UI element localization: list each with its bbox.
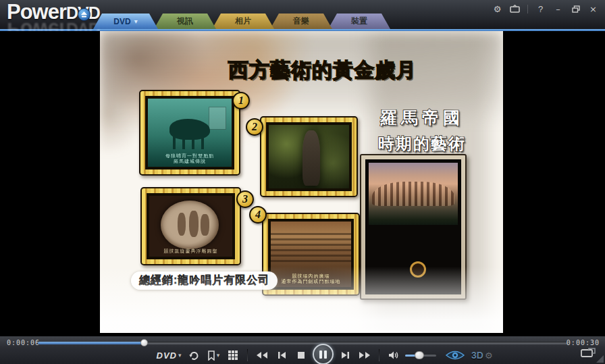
side-title-line1: 羅馬帝國 [371, 107, 473, 129]
chevron-down-icon: ▾ [217, 352, 220, 359]
chapter-number-1[interactable]: 1 [232, 92, 250, 109]
3d-label: 3D [471, 350, 483, 361]
stop-icon [297, 351, 305, 359]
chapter-1-caption: 母狼哺育一對雙胞胎 羅馬建城傳說 [148, 153, 232, 165]
mute-button[interactable] [386, 347, 402, 363]
window-controls: ⚙ ? – × [492, 3, 598, 14]
tab-music[interactable]: 音樂 [270, 14, 332, 29]
pause-button[interactable] [313, 344, 334, 364]
tab-dvd[interactable]: DVD ▾ [93, 14, 158, 29]
restore-icon[interactable] [571, 4, 581, 14]
bookmark-icon [207, 350, 215, 361]
pause-bar [324, 350, 327, 359]
triumph-painting-image [369, 230, 458, 287]
rewind-button[interactable] [254, 347, 270, 363]
control-panel: 0:00:06 0:00:30 DVD ▾ ▾ [0, 336, 605, 364]
distributor-banner: 總經銷:龍吟唱片有限公司 [131, 271, 278, 290]
preview-frame[interactable] [360, 154, 467, 300]
chapter-3-image: 競技凱旋慶典浮雕圓盤 [147, 193, 235, 259]
repeat-icon [188, 350, 200, 361]
powerdvd-window: PowerDVD PowerDVD DVD ▾ 視訊 相片 音樂 裝置 [0, 0, 605, 364]
fast-forward-button[interactable] [357, 347, 373, 363]
volume-thumb[interactable] [415, 351, 424, 359]
tab-dvd-label: DVD [113, 17, 130, 26]
controls-divider [247, 349, 248, 361]
minimize-icon[interactable]: – [553, 4, 563, 14]
title-bar: PowerDVD PowerDVD DVD ▾ 視訊 相片 音樂 裝置 [0, 0, 605, 29]
window-controls-divider [527, 5, 528, 14]
stop-button[interactable] [293, 347, 309, 363]
chapter-number-2[interactable]: 2 [246, 118, 263, 136]
eject-icon[interactable] [78, 8, 90, 21]
help-icon[interactable]: ? [535, 4, 546, 14]
tab-photo[interactable]: 相片 [212, 14, 274, 29]
chapter-number-3[interactable]: 3 [236, 190, 254, 208]
seek-thumb[interactable] [140, 339, 148, 346]
chapter-thumbnail-3[interactable]: 競技凱旋慶典浮雕圓盤 [140, 187, 241, 265]
tab-bar: DVD ▾ 視訊 相片 音樂 裝置 [93, 14, 386, 29]
video-stage: 西方藝術的黃金歲月 羅馬帝國 時期的藝術 母狼哺育一對雙胞胎 羅馬建城傳說 [0, 31, 605, 336]
repeat-button[interactable] [186, 347, 202, 363]
relief-figure [178, 213, 186, 236]
truetheater-button[interactable] [445, 347, 465, 363]
settings-gear-icon[interactable]: ⚙ [492, 4, 502, 14]
tab-device-label: 裝置 [351, 16, 367, 27]
relief-figure [201, 214, 209, 236]
chapter-thumbnail-2[interactable] [260, 116, 358, 197]
colosseum-exterior-image [369, 163, 458, 225]
volume-slider[interactable] [405, 355, 436, 357]
chapter-4-image: 競技場內的廣場 通常作為鬥劍或鬥獸場地 [268, 219, 354, 290]
tab-device[interactable]: 裝置 [328, 14, 390, 29]
chapter-3-caption: 競技凱旋慶典浮雕圓盤 [149, 249, 232, 255]
next-icon [341, 351, 350, 359]
bookmark-button[interactable]: ▾ [205, 347, 221, 363]
seek-progress [38, 342, 144, 344]
next-button[interactable] [337, 347, 353, 363]
chevron-down-icon: ▾ [178, 352, 182, 359]
chapter-thumbnail-1[interactable]: 母狼哺育一對雙胞胎 羅馬建城傳說 [139, 90, 240, 176]
eject-arrow-icon [80, 11, 88, 18]
tab-music-label: 音樂 [293, 16, 309, 27]
total-time: 0:00:30 [567, 339, 600, 346]
chapter-2-image [266, 122, 352, 191]
tab-video[interactable]: 視訊 [154, 14, 216, 29]
speaker-icon [388, 350, 400, 360]
controls-divider [379, 349, 379, 361]
grid-icon [228, 350, 238, 361]
relief-figure [189, 211, 199, 238]
chariot-wheel [410, 261, 426, 278]
source-select-button[interactable]: DVD ▾ [155, 347, 182, 363]
fast-forward-icon [359, 351, 371, 359]
rewind-icon [256, 351, 268, 359]
resize-grip[interactable] [596, 355, 604, 363]
dvd-menu-video[interactable]: 西方藝術的黃金歲月 羅馬帝國 時期的藝術 母狼哺育一對雙胞胎 羅馬建城傳說 [100, 31, 503, 333]
wolf-picture-wall [209, 107, 226, 130]
source-label: DVD [157, 350, 177, 361]
preview-frame-inner [365, 159, 461, 294]
transport-controls: DVD ▾ ▾ [155, 346, 493, 364]
tab-video-label: 視訊 [177, 16, 193, 27]
chevron-down-icon: ▾ [134, 18, 138, 25]
statue-figure [302, 130, 320, 186]
display-mode-icon [581, 348, 596, 357]
tv-mode-icon[interactable] [510, 4, 520, 14]
previous-button[interactable] [273, 347, 290, 363]
3d-settings-button[interactable]: 3D ⚙ [471, 347, 493, 363]
chapter-4-caption: 競技場內的廣場 通常作為鬥劍或鬥獸場地 [271, 274, 351, 286]
grid-menu-button[interactable] [225, 347, 241, 363]
pause-bar [319, 350, 322, 359]
chapter-1-image: 母狼哺育一對雙胞胎 羅馬建城傳說 [145, 96, 234, 170]
arena-seating-rows [271, 233, 351, 263]
wolf-legs [173, 134, 207, 149]
chapter-number-4[interactable]: 4 [249, 206, 267, 224]
truetheater-eye-icon [445, 350, 465, 361]
display-mode-button[interactable] [581, 348, 596, 360]
seek-bar[interactable] [38, 342, 569, 344]
menu-side-title: 羅馬帝國 時期的藝術 [371, 107, 473, 155]
menu-title: 西方藝術的黃金歲月 [228, 57, 417, 84]
elapsed-time: 0:00:06 [7, 339, 40, 346]
close-icon[interactable]: × [588, 4, 598, 14]
preview-image-gap [369, 225, 458, 230]
side-title-line2: 時期的藝術 [371, 133, 473, 155]
previous-icon [278, 351, 286, 359]
